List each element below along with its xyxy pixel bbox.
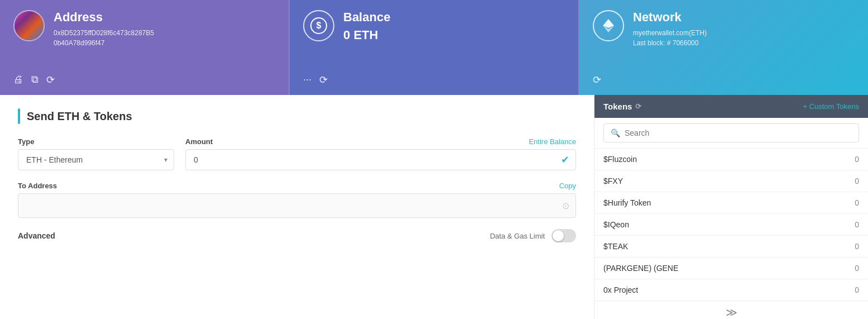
copy-link[interactable]: Copy	[559, 182, 576, 190]
advanced-label: Advanced	[18, 231, 55, 240]
address-value: 0x8D52375ffD028f6c473c8287B5 0b40A78d996…	[54, 28, 275, 48]
search-box: 🔍	[594, 118, 868, 149]
main-layout: Send ETH & Tokens Type ETH - Ethereum ▾ …	[0, 95, 868, 319]
to-address-input[interactable]	[18, 193, 576, 218]
tokens-refresh-icon[interactable]: ⟳	[635, 102, 641, 111]
token-name: $Hurify Token	[603, 198, 651, 207]
type-amount-row: Type ETH - Ethereum ▾ Amount Entire Bala…	[18, 137, 576, 170]
address-actions: 🖨 ⧉ ⟳	[13, 74, 275, 86]
data-gas-row: Data & Gas Limit	[490, 229, 576, 242]
svg-marker-2	[603, 19, 614, 28]
token-row[interactable]: $Hurify Token 0	[594, 192, 868, 214]
data-gas-toggle[interactable]	[552, 229, 576, 242]
left-panel: Send ETH & Tokens Type ETH - Ethereum ▾ …	[0, 95, 594, 319]
top-cards: Address 0x8D52375ffD028f6c473c8287B5 0b4…	[0, 0, 868, 95]
token-name: $Fluzcoin	[603, 155, 637, 164]
network-title: Network	[633, 10, 855, 25]
right-panel: Tokens ⟳ + Custom Tokens 🔍 $Fluzcoin 0 $…	[594, 95, 868, 319]
token-row[interactable]: 0x Project 0	[594, 279, 868, 301]
toggle-knob	[553, 230, 564, 241]
tokens-header: Tokens ⟳ + Custom Tokens	[594, 95, 868, 118]
section-title-text: Send ETH & Tokens	[27, 110, 132, 123]
token-amount: 0	[855, 198, 859, 207]
amount-label: Amount	[185, 137, 213, 146]
type-select[interactable]: ETH - Ethereum	[18, 149, 174, 170]
token-amount: 0	[855, 264, 859, 273]
token-amount: 0	[855, 285, 859, 294]
svg-text:$: $	[316, 21, 322, 30]
token-row[interactable]: $IQeon 0	[594, 214, 868, 236]
refresh-icon[interactable]: ⟳	[46, 74, 55, 86]
copy-icon[interactable]: ⧉	[31, 74, 39, 86]
amount-wrapper: ✔	[185, 149, 576, 170]
search-input[interactable]	[625, 128, 852, 137]
balance-card: $ Balance 0 ETH ··· ⟳	[289, 0, 579, 95]
advanced-row: Advanced Data & Gas Limit	[18, 229, 576, 242]
token-amount: 0	[855, 177, 859, 185]
scroll-more-icon[interactable]: ≫	[594, 301, 868, 319]
balance-actions: ··· ⟳	[303, 74, 565, 86]
token-amount: 0	[855, 155, 859, 164]
to-address-section: To Address Copy ⊙	[18, 182, 576, 218]
refresh-icon[interactable]: ⟳	[319, 74, 328, 86]
avatar	[13, 10, 45, 41]
token-name: $TEAK	[603, 242, 628, 251]
tokens-title: Tokens ⟳	[603, 102, 641, 111]
print-icon[interactable]: 🖨	[13, 74, 23, 86]
check-icon: ✔	[561, 154, 569, 166]
token-row[interactable]: $Fluzcoin 0	[594, 149, 868, 170]
search-icon: 🔍	[611, 128, 620, 137]
network-provider: myetherwallet.com(ETH) Last block: # 706…	[633, 28, 855, 48]
token-name: $FXY	[603, 177, 623, 185]
network-actions: ⟳	[593, 74, 855, 86]
token-amount: 0	[855, 242, 859, 251]
network-card: Network myetherwallet.com(ETH) Last bloc…	[579, 0, 868, 95]
custom-tokens-link[interactable]: + Custom Tokens	[803, 102, 859, 111]
token-amount: 0	[855, 220, 859, 229]
amount-input[interactable]	[185, 149, 576, 170]
network-refresh-icon[interactable]: ⟳	[593, 74, 601, 86]
amount-group: Amount Entire Balance ✔	[185, 137, 576, 170]
more-icon[interactable]: ···	[303, 74, 311, 86]
entire-balance-link[interactable]: Entire Balance	[529, 137, 576, 146]
search-inner: 🔍	[603, 123, 859, 142]
token-row[interactable]: $TEAK 0	[594, 236, 868, 258]
to-address-label: To Address	[18, 182, 57, 190]
address-title: Address	[54, 10, 275, 25]
section-header: Send ETH & Tokens	[18, 108, 576, 124]
token-name: $IQeon	[603, 220, 629, 229]
ethereum-icon	[593, 10, 624, 41]
address-qr-icon: ⊙	[562, 201, 569, 211]
section-bar	[18, 108, 20, 124]
data-gas-label: Data & Gas Limit	[490, 232, 545, 240]
type-select-wrapper[interactable]: ETH - Ethereum ▾	[18, 149, 174, 170]
token-name: 0x Project	[603, 285, 638, 294]
token-list: $Fluzcoin 0 $FXY 0 $Hurify Token 0 $IQeo…	[594, 149, 868, 301]
balance-icon: $	[303, 10, 334, 41]
balance-amount: 0 ETH	[343, 28, 565, 42]
token-row[interactable]: $FXY 0	[594, 170, 868, 192]
token-row[interactable]: (PARKGENE) (GENE 0	[594, 258, 868, 279]
type-group: Type ETH - Ethereum ▾	[18, 137, 174, 170]
type-label: Type	[18, 137, 174, 146]
token-name: (PARKGENE) (GENE	[603, 264, 678, 273]
balance-title: Balance	[343, 10, 565, 25]
address-card: Address 0x8D52375ffD028f6c473c8287B5 0b4…	[0, 0, 289, 95]
address-input-wrapper: ⊙	[18, 193, 576, 218]
